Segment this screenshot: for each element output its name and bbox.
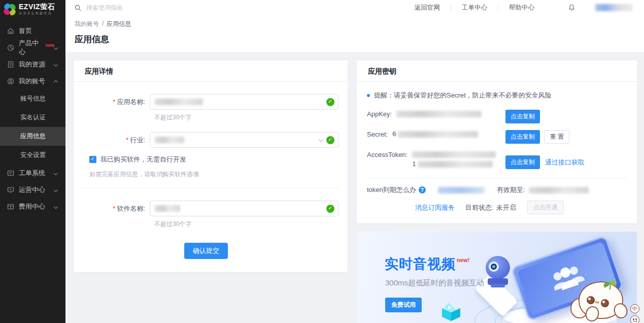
divider [81,188,338,188]
service-face-badge[interactable] [630,315,639,323]
sidebar-item-label: 产品中心 [19,39,44,57]
sidebar-item-label: 费用中心 [19,202,45,211]
subscription-row: 消息订阅服务 目前状态: 未开启 点击开通 [415,201,627,214]
sidebar-subitem-label: 实名认证 [20,113,46,122]
access-token-value-redacted [412,151,496,158]
token-help-link-redacted[interactable] [438,187,485,193]
topbar: 返回官网 工单中心 帮助中心 [65,0,644,15]
token-help-label: token到期怎么办 [367,185,416,195]
sidebar-item-products[interactable]: 产品中心 new [0,39,65,56]
appkey-row: AppKey: 点击复制 [367,110,627,123]
logo[interactable]: EZVIZ萤石 乐享安全智能生活 [0,0,65,17]
access-token-copy-button[interactable]: 点击复制 [505,155,540,169]
secret-visible-prefix: 6 [392,130,396,138]
breadcrumb-parent[interactable]: 我的账号 [75,20,99,28]
operations-icon [7,186,14,193]
video-cube-icon [442,307,460,323]
message-subscription-link[interactable]: 消息订阅服务 [415,203,455,212]
secret-notice: 提醒：请妥善保管好您的Secret，防止带来不必要的安全风险 [367,91,627,100]
camera-illustration [485,256,511,287]
sidebar-subitem-label: 账号信息 [20,94,46,103]
sidebar-item-billing[interactable]: 费用中心 [0,198,65,215]
sidebar-subitem-security[interactable]: 安全设置 [0,146,65,165]
required-asterisk: * [113,205,115,212]
topbar-link-help-center[interactable]: 帮助中心 [498,4,545,12]
banner-new-badge: new! [457,257,469,263]
question-help-icon[interactable]: ? [419,186,426,193]
chevron-down-icon [54,187,58,191]
purchased-software-checkbox[interactable]: 我已购买软件，无需自行开发 [89,155,338,164]
search-input[interactable] [85,4,248,12]
app-name-hint: 不超过30个字 [154,113,338,122]
valid-check-icon [326,98,334,106]
sidebar-subitem-real-name[interactable]: 实名认证 [0,108,65,127]
new-badge: new [45,43,54,48]
logo-text: EZVIZ萤石 [19,3,55,10]
valid-check-icon [326,205,334,213]
sidebar-item-label: 我的账号 [19,77,45,86]
topbar-link-ticket-center[interactable]: 工单中心 [451,4,498,12]
bell-icon [568,4,575,11]
sidebar: EZVIZ萤石 乐享安全智能生活 首页 产品中心 new 我的资源 我的账号 账… [0,0,65,323]
appkey-label: AppKey: [367,110,392,118]
software-name-input[interactable] [150,201,338,216]
validity-label: 有效期至: [497,185,525,195]
breadcrumb-current: 应用信息 [107,20,131,28]
notification-bell-button[interactable] [568,4,575,11]
sidebar-item-resources[interactable]: 我的资源 [0,56,65,73]
required-asterisk: * [113,98,115,106]
ezviz-flower-icon [4,3,16,15]
topbar-link-official-site[interactable]: 返回官网 [404,4,451,12]
required-asterisk: * [126,136,128,144]
account-icon [7,78,14,85]
ticket-system-icon [7,170,14,177]
sidebar-item-label: 我的资源 [19,60,45,69]
home-icon [7,27,14,35]
chevron-up-icon [54,80,58,84]
customer-service-mascot[interactable]: ω [570,275,632,323]
resources-icon [7,61,14,68]
user-account-redacted[interactable] [595,4,633,11]
software-name-label: *软件名称: [74,204,150,213]
secret-row: Secret: 6 点击复制 重 置 [367,130,627,144]
access-token-row: AccessToken: 1 点击复制 通过接口获取 [367,150,627,169]
checkbox-label: 我已购买软件，无需自行开发 [100,155,186,164]
status-label: 目前状态: [465,203,494,212]
sidebar-item-operations[interactable]: 运营中心 [0,181,65,198]
industry-label: *行业: [74,136,150,145]
app-details-card: 应用详情 *应用名称: 不超过30个字 *行业: [74,60,348,272]
software-name-hint: 不超过30个字 [154,220,338,229]
app-name-input[interactable] [150,94,338,110]
sidebar-item-label: 运营中心 [19,185,45,195]
status-value: 未开启 [496,203,516,212]
submit-button[interactable]: 确认提交 [184,243,228,259]
sidebar-subitem-account-info[interactable]: 账号信息 [0,89,65,108]
search-bar[interactable] [75,4,404,12]
sidebar-item-tickets[interactable]: 工单系统 [0,165,65,181]
sidebar-item-account[interactable]: 我的账号 [0,73,65,89]
access-token-value2-redacted [418,161,493,168]
secret-copy-button[interactable]: 点击复制 [505,130,540,144]
validity-value-redacted [529,187,589,193]
token-expiry-row: token到期怎么办 ? 有效期至: [367,185,627,195]
sidebar-item-home[interactable]: 首页 [0,22,65,39]
free-trial-button[interactable]: 免费试用 [385,298,422,312]
page-title: 应用信息 [65,28,644,52]
sidebar-subitem-app-info[interactable]: 应用信息 [0,127,65,146]
sidebar-item-label: 首页 [19,26,32,36]
industry-select[interactable] [150,132,338,148]
product-center-icon [7,44,14,51]
open-service-button[interactable]: 点击开通 [527,201,564,214]
breadcrumb-separator: / [102,20,104,28]
get-via-api-link[interactable]: 通过接口获取 [545,158,585,167]
chevron-down-icon [54,204,58,208]
language-badge[interactable]: 中 [630,304,639,313]
appkey-value-redacted [396,111,482,117]
chevron-down-icon [54,45,58,49]
appkey-copy-button[interactable]: 点击复制 [505,110,540,123]
content: 应用详情 *应用名称: 不超过30个字 *行业: [65,52,644,323]
secret-reset-button[interactable]: 重 置 [545,130,569,144]
checkbox-checked-icon[interactable] [89,156,96,163]
select-chevron-icon [319,137,324,142]
app-name-label: *应用名称: [74,98,150,107]
